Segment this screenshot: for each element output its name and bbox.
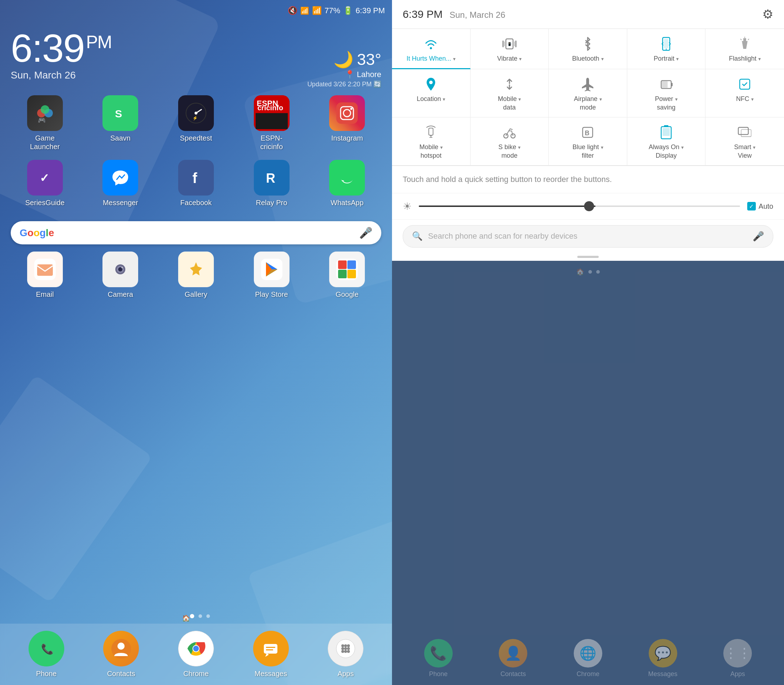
svg-rect-96 (741, 130, 751, 136)
espn-label: ESPN-cricinfo (260, 134, 283, 151)
weather-widget: 🌙 33° 📍 Lahore Updated 3/26 2:20 PM 🔄 (307, 50, 381, 88)
qs-s-bike[interactable]: S bike ▾mode (470, 117, 549, 166)
home-screen: 🔇 📶 📶 77% 🔋 6:39 PM 6:39PM Sun, March 26… (0, 0, 392, 685)
auto-checkbox[interactable]: ✓ (747, 202, 756, 211)
messenger-label: Messenger (103, 198, 138, 207)
app-game-launcher[interactable]: 🎮 GameLauncher (11, 95, 79, 151)
dimmed-apps-label: Apps (730, 670, 745, 678)
svg-text:📳: 📳 (507, 42, 512, 46)
bluetooth-qs-icon (580, 36, 595, 52)
dock-contacts[interactable]: Contacts (86, 631, 157, 678)
relay-pro-icon: R (254, 160, 290, 195)
svg-rect-85 (429, 128, 433, 135)
svg-point-89 (511, 134, 515, 138)
app-instagram[interactable]: Instagram (313, 95, 381, 151)
dimmed-chrome: 🌐 Chrome (552, 639, 624, 678)
app-play-store[interactable]: Play Store (237, 252, 306, 299)
app-camera[interactable]: Camera (86, 252, 155, 299)
messenger-icon (102, 160, 138, 195)
shade-date: Sun, March 26 (449, 10, 505, 19)
svg-point-64 (344, 650, 347, 653)
settings-icon[interactable]: ⚙ (762, 7, 773, 21)
auto-label: Auto (759, 202, 773, 211)
app-facebook[interactable]: f Facebook (162, 160, 230, 207)
power-saving-qs-icon (658, 76, 674, 92)
wifi-icon: 📶 (300, 6, 309, 15)
instagram-label: Instagram (331, 134, 363, 142)
app-messenger[interactable]: Messenger (86, 160, 155, 207)
app-saavn[interactable]: S Saavn (86, 95, 155, 151)
chrome-icon (178, 631, 214, 666)
signal-icon: 📶 (312, 6, 322, 15)
qs-vibrate[interactable]: 📳 Vibrate ▾ (470, 29, 549, 69)
gallery-label: Gallery (185, 290, 207, 299)
contacts-icon (103, 631, 139, 666)
qs-blue-light[interactable]: B Blue light ▾filter (549, 117, 627, 166)
qs-power-saving[interactable]: Power ▾saving (627, 69, 706, 117)
apps-label: Apps (337, 669, 354, 678)
app-email[interactable]: Email (11, 252, 79, 299)
qs-always-on[interactable]: Always On ▾Display (627, 117, 706, 166)
app-relay-pro[interactable]: R Relay Pro (237, 160, 306, 207)
app-gallery[interactable]: Gallery (162, 252, 230, 299)
qs-airplane-label: Airplane ▾mode (574, 95, 602, 112)
wifi-qs-icon (423, 36, 439, 52)
dock-apps[interactable]: Apps (310, 631, 381, 678)
apps-icon (328, 631, 363, 666)
dimmed-messages-icon: 💬 (649, 639, 677, 667)
svg-point-65 (347, 650, 350, 653)
speedtest-label: Speedtest (180, 134, 212, 142)
svg-line-79 (748, 39, 749, 40)
brightness-slider[interactable] (419, 206, 740, 207)
play-store-icon (254, 252, 290, 287)
app-speedtest[interactable]: ⚡ Speedtest (162, 95, 230, 151)
messages-label: Messages (255, 669, 287, 678)
svg-point-86 (430, 135, 432, 136)
shade-search-bar[interactable]: 🔍 Search phone and scan for nearby devic… (403, 225, 773, 248)
instagram-icon (329, 95, 365, 131)
qs-mobile-hotspot[interactable]: Mobile ▾hotspot (392, 117, 470, 166)
mic-shade-icon[interactable]: 🎤 (753, 231, 764, 242)
qs-portrait-label: Portrait ▾ (654, 55, 679, 63)
app-google[interactable]: Google (313, 252, 381, 299)
app-espn[interactable]: cricinfoESPN ESPN-cricinfo (237, 95, 306, 151)
qs-bluetooth[interactable]: Bluetooth ▾ (549, 29, 627, 69)
qs-bluetooth-label: Bluetooth ▾ (572, 55, 603, 63)
svg-rect-54 (266, 647, 275, 648)
svg-text:✓: ✓ (40, 172, 49, 185)
seriesguide-icon: ✓ (27, 160, 63, 195)
app-seriesguide[interactable]: ✓ SeriesGuide (11, 160, 79, 207)
dimmed-contacts-label: Contacts (501, 670, 526, 678)
google-search-bar[interactable]: Google 🎤 (11, 221, 381, 244)
brightness-low-icon: ☀ (403, 201, 412, 212)
qs-mobile-data[interactable]: Mobile ▾data (470, 69, 549, 117)
svg-point-62 (347, 647, 350, 650)
qs-nfc[interactable]: NFC ▾ (706, 69, 784, 117)
qs-wifi[interactable]: It Hurts When... ▾ (392, 29, 470, 69)
nfc-qs-icon (737, 76, 753, 92)
qs-smart-view[interactable]: Smart ▾View (706, 117, 784, 166)
s-bike-qs-icon (502, 125, 517, 140)
seriesguide-label: SeriesGuide (25, 198, 65, 207)
app-whatsapp[interactable]: WhatsApp (313, 160, 381, 207)
game-launcher-label: GameLauncher (30, 134, 60, 151)
svg-rect-42 (338, 270, 346, 278)
qs-portrait[interactable]: Portrait ▾ (627, 29, 706, 69)
dock-messages[interactable]: Messages (235, 631, 307, 678)
dock-phone[interactable]: 📞 Phone (11, 631, 82, 678)
google-logo: Google (20, 227, 54, 239)
brightness-row: ☀ ✓ Auto (392, 193, 784, 220)
dimmed-phone-label: Phone (429, 670, 448, 678)
mic-icon[interactable]: 🎤 (359, 227, 372, 239)
hint-text: Touch and hold a quick setting button to… (392, 166, 784, 193)
svg-text:f: f (192, 170, 197, 186)
dimmed-dock: 📞 Phone 👤 Contacts 🌐 Chrome 💬 (392, 632, 784, 685)
qs-flashlight[interactable]: Flashlight ▾ (706, 29, 784, 69)
email-icon (27, 252, 63, 287)
svg-rect-94 (663, 128, 670, 136)
facebook-icon: f (178, 160, 214, 195)
qs-location[interactable]: Location ▾ (392, 69, 470, 117)
qs-airplane[interactable]: Airplane ▾mode (549, 69, 627, 117)
email-label: Email (36, 290, 54, 299)
dock-chrome[interactable]: Chrome (160, 631, 232, 678)
